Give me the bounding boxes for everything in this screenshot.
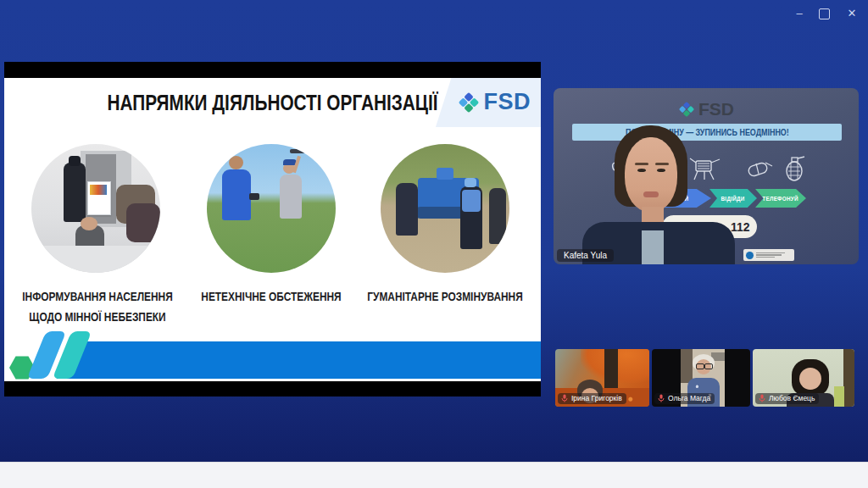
photo-sofa (681, 349, 693, 383)
fao-text-lines (756, 252, 785, 259)
photo-man-blue-shirt (222, 169, 251, 220)
photo-officer-cap (69, 156, 81, 166)
fragmentation-mine-icon (687, 154, 721, 183)
participant-3-name-tag: Любов Ємець (755, 393, 819, 404)
poster-headline-strip: ПОБАЧИВ МІНУ — ЗУПИНИСЬ НЕОДМІННО! (572, 124, 842, 141)
detonator-icon (745, 158, 776, 181)
minimize-button[interactable]: – (792, 7, 807, 20)
meeting-window: – ✕ НАПРЯМКИ ДІЯЛЬНОСТІ ОРГАНІЗАЦІЇ FSD (0, 0, 868, 488)
fsd-brand-text: FSD (484, 89, 531, 115)
muted-mic-icon (561, 394, 568, 402)
step-move-away: ВІДІЙДИ (709, 189, 757, 208)
participant-tile-3[interactable]: Любов Ємець (753, 349, 854, 407)
taskbar: 1 8°C Cloudy (0, 462, 868, 488)
fsd-logo: FSD (459, 89, 531, 115)
restore-button[interactable] (819, 8, 830, 19)
photo-machine-hopper (437, 168, 453, 180)
poster-brand-text: FSD (698, 99, 734, 119)
speaker-eye-right (657, 169, 665, 172)
slide-title: НАПРЯМКИ ДІЯЛЬНОСТІ ОРГАНІЗАЦІЇ (58, 90, 487, 116)
photo-controller (249, 193, 259, 200)
speaker-name-tag: Kafeta Yula (557, 249, 614, 262)
poster-fsd-logo: FSD (679, 99, 734, 119)
photo-blue-vest (462, 190, 481, 212)
participant-tile-2[interactable]: Ольга Магда (652, 349, 750, 407)
photo-tree-trunk (604, 349, 618, 388)
participant-2-glasses-left (696, 363, 704, 369)
photo-door-frame (843, 349, 854, 407)
photo-blue-cap (465, 178, 476, 187)
photo-deminer-1 (396, 183, 418, 236)
photo-information-session (31, 144, 160, 273)
speaker-mouth (643, 191, 659, 197)
fsd-clover-icon (679, 102, 694, 117)
step-call: ТЕЛЕФОНУЙ (755, 189, 806, 208)
fao-badge (743, 249, 794, 261)
speaker-face (625, 137, 677, 212)
caption-survey: НЕТЕХНІЧНЕ ОБСТЕЖЕННЯ (192, 286, 351, 307)
photo-floor (31, 246, 160, 273)
participant-3-face (799, 368, 821, 390)
muted-mic-icon (759, 394, 765, 402)
speaker-video-tile[interactable]: FSD ПОБАЧИВ МІНУ — ЗУПИНИСЬ НЕОДМІННО! (554, 88, 859, 264)
close-button[interactable]: ✕ (844, 7, 860, 20)
fsd-clover-icon (459, 92, 479, 113)
photo-man-head (229, 156, 243, 169)
participant-2-glasses-right (704, 363, 713, 369)
slide-accent-band (57, 341, 541, 379)
photo-woman-gray-shirt (280, 175, 302, 219)
muted-mic-icon (658, 394, 665, 402)
slide-letterbox-bottom (4, 381, 541, 396)
slide-content: НАПРЯМКИ ДІЯЛЬНОСТІ ОРГАНІЗАЦІЇ FSD (4, 78, 541, 381)
speaker-eyebrow-right (655, 163, 669, 165)
participant-1-name-tag: Ірина Григорків (558, 393, 626, 404)
speaker-eye-left (637, 169, 646, 172)
photo-drone-survey (207, 144, 336, 273)
caption-demining: ГУМАНІТАРНЕ РОЗМІНУВАННЯ (366, 286, 525, 307)
participant-tile-1[interactable]: Ірина Григорків (555, 349, 649, 407)
caption-information: ІНФОРМУВАННЯ НАСЕЛЕННЯ ЩОДО МІННОЇ НЕБЕЗ… (19, 286, 177, 327)
grenade-icon (781, 154, 811, 183)
photo-child-head (81, 217, 97, 230)
photo-officer (64, 163, 86, 222)
speaker-shirt (642, 230, 664, 264)
slide-letterbox-top (4, 62, 541, 78)
photo-deminer-3 (489, 188, 506, 244)
participant-2-name-tag: Ольга Магда (654, 393, 715, 404)
photo-board-map (90, 185, 107, 195)
photo-drone (290, 149, 312, 153)
photo-chair-accent (834, 386, 844, 407)
photo-demining-machine (381, 144, 509, 273)
fao-logo-icon (746, 252, 754, 259)
photo-audience-2 (126, 203, 160, 242)
speaker-eyebrow-left (635, 163, 648, 165)
shared-screen-slide[interactable]: НАПРЯМКИ ДІЯЛЬНОСТІ ОРГАНІЗАЦІЇ FSD (4, 62, 541, 396)
